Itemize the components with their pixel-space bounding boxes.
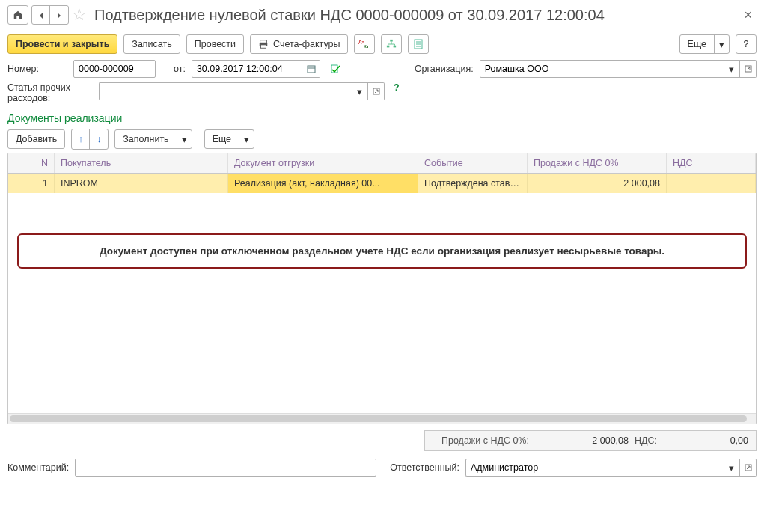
totals-bar: Продажи с НДС 0%: 2 000,08 НДС: 0,00 [424,430,757,451]
fill-dropdown[interactable]: Заполнить ▾ [114,129,192,149]
document-icon [414,39,423,49]
arrow-down-icon: ↓ [97,134,101,144]
arrow-right-icon [55,11,64,20]
org-dropdown-button[interactable]: ▾ [724,60,740,78]
totals-sales-label: Продажи с НДС 0%: [441,435,546,446]
svg-text:Кт: Кт [364,43,370,49]
responsible-label: Ответственный: [390,462,459,473]
col-n[interactable]: N [8,153,55,173]
documents-grid: N Покупатель Документ отгрузки Событие П… [7,153,757,424]
posted-icon [331,64,341,74]
printer-icon [258,39,269,49]
org-label: Организация: [415,64,474,74]
calendar-button[interactable] [304,60,320,78]
move-down-button[interactable]: ↓ [90,129,108,149]
arrow-up-icon: ↑ [79,134,83,144]
favorite-star-icon[interactable]: ☆ [72,5,87,25]
home-icon [13,10,23,20]
org-input[interactable] [480,60,724,78]
arrow-left-icon [37,11,46,20]
number-input[interactable] [73,60,156,78]
date-input[interactable] [192,60,304,78]
chevron-down-icon: ▾ [714,35,729,53]
svg-rect-7 [394,46,397,48]
post-button[interactable]: Провести [186,34,244,54]
table-row[interactable]: 1 INPROM Реализация (акт, накладная) 00.… [8,174,756,193]
struct-button[interactable] [381,34,402,54]
help-button[interactable]: ? [736,34,757,54]
cell-doc: Реализация (акт, накладная) 00... [228,174,418,193]
move-up-button[interactable]: ↑ [72,129,90,149]
doc-button[interactable] [408,34,429,54]
home-button[interactable] [7,5,28,25]
info-callout: Документ доступен при отключенном раздел… [17,233,747,269]
cell-event: Подтверждена ставк... [418,174,528,193]
responsible-input[interactable] [465,459,724,477]
nav-back-button[interactable] [32,6,50,25]
number-label: Номер: [7,64,67,74]
responsible-open-button[interactable] [740,459,757,477]
close-button[interactable]: × [739,7,757,23]
expense-open-button[interactable] [368,82,385,100]
org-open-button[interactable] [740,60,757,78]
responsible-dropdown-button[interactable]: ▾ [724,459,740,477]
window-title: Подтверждение нулевой ставки НДС 0000-00… [94,7,605,24]
cell-buyer: INPROM [55,174,228,193]
tree-icon [386,39,397,49]
open-icon [745,464,752,471]
cell-n: 1 [8,174,55,193]
horizontal-scrollbar[interactable] [8,413,756,424]
save-button[interactable]: Записать [123,34,180,54]
totals-vat-value: 0,00 [666,435,748,446]
dtkt-button[interactable]: ДтКт [354,34,375,54]
nav-forward-button[interactable] [50,6,68,25]
documents-link[interactable]: Документы реализации [7,112,122,124]
chevron-down-icon: ▾ [239,130,254,148]
add-row-button[interactable]: Добавить [7,129,65,149]
table-more-dropdown[interactable]: Еще ▾ [204,129,254,149]
post-and-close-button[interactable]: Провести и закрыть [7,34,117,54]
expense-label-1: Статья прочих [7,82,73,93]
date-label: от: [174,64,186,74]
expense-dropdown-button[interactable]: ▾ [352,82,368,100]
svg-rect-5 [391,40,394,42]
totals-sales-value: 2 000,08 [546,435,629,446]
open-icon [373,88,380,95]
more-dropdown[interactable]: Еще ▾ [679,34,730,54]
invoices-button[interactable]: Счета-фактуры [250,34,348,54]
col-doc[interactable]: Документ отгрузки [228,153,418,173]
expense-label-2: расходов: [7,93,73,103]
expense-help[interactable]: ? [394,82,400,93]
chevron-down-icon: ▾ [177,130,192,148]
expense-input[interactable] [99,82,352,100]
col-buyer[interactable]: Покупатель [55,153,228,173]
calendar-icon [307,64,316,73]
open-icon [745,65,752,73]
cell-sales: 2 000,08 [528,174,667,193]
svg-rect-2 [261,45,266,48]
col-sales[interactable]: Продажи с НДС 0% [528,153,667,173]
svg-rect-0 [260,40,267,43]
svg-rect-6 [387,46,390,48]
comment-label: Комментарий: [7,462,69,473]
cell-vat [667,174,756,193]
totals-vat-label: НДС: [629,435,666,446]
comment-input[interactable] [75,459,376,477]
col-vat[interactable]: НДС [667,153,756,173]
dtkt-icon: ДтКт [358,39,370,49]
col-event[interactable]: Событие [418,153,528,173]
svg-rect-12 [308,66,315,73]
